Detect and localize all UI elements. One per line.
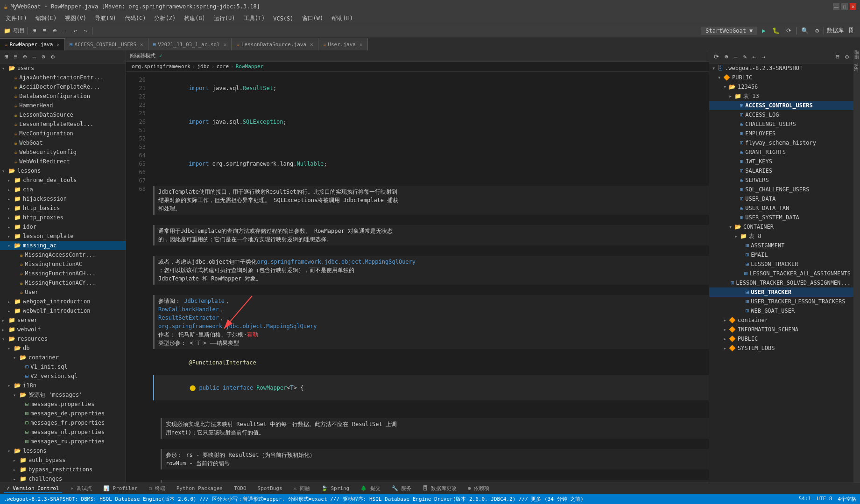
toolbar-menu2[interactable]: ≡ [41, 26, 49, 35]
toolbar-undo[interactable]: ↶ [71, 26, 79, 35]
run-config-label[interactable]: StartWebGoat ▼ [701, 27, 757, 35]
db-item-public[interactable]: ▾🔶PUBLIC [709, 73, 853, 82]
db-item-informationschema[interactable]: ▸🔶INFORMATION_SCHEMA [709, 325, 853, 334]
tree-item-lessontemplateresol[interactable]: ☕LessonTemplateResol... [0, 119, 126, 129]
menu-edit[interactable]: 编辑(E) [32, 14, 61, 23]
db-item-13[interactable]: ▸📁表 13 [709, 91, 853, 101]
db-item-accesscontrolusers[interactable]: ⊞ACCESS_CONTROL_USERS [709, 101, 853, 110]
bottom-tab-spring[interactable]: 🍃 Spring [318, 484, 352, 492]
tree-item-resources[interactable]: ▾📂resources [0, 334, 126, 343]
bottom-tab-todo[interactable]: TODO [231, 484, 249, 492]
db-add[interactable]: ⊕ [723, 52, 730, 61]
menu-navigate[interactable]: 导航(N) [91, 14, 120, 23]
tree-item-server[interactable]: ▸📁server [0, 315, 126, 325]
breadcrumb-rowmapper[interactable]: RowMapper [236, 63, 264, 70]
tree-item-authbypass[interactable]: ▸📁auth_bypass [0, 455, 126, 465]
debug-button[interactable]: 🐛 [770, 26, 782, 35]
tree-item-missingaccesscontr[interactable]: ☕MissingAccessContr... [0, 250, 126, 259]
tree-item-cia[interactable]: ▸📁cia [0, 185, 126, 194]
db-icon[interactable]: 🗄 [846, 26, 856, 35]
bottom-tab-spotbugs[interactable]: SpotBugs [255, 484, 285, 492]
tree-item-chromedevtools[interactable]: ▸📁chrome_dev_tools [0, 175, 126, 185]
tree-item-v1initsql[interactable]: ⊞V1_init.sql [0, 362, 126, 371]
tree-item-databaseconfiguration[interactable]: ☕DatabaseConfiguration [0, 91, 126, 101]
db-item-usertrackerlessontrackers[interactable]: ⊞USER_TRACKER_LESSON_TRACKERS [709, 297, 853, 306]
bottom-tab-version-control[interactable]: ✓ Version Control [4, 484, 62, 493]
db-item-lessontrackerallassignments[interactable]: ⊞LESSON_TRACKER_ALL_ASSIGNMENTS [709, 269, 853, 278]
tree-item-challenges[interactable]: ▸📁challenges [0, 474, 126, 483]
db-item-assignment[interactable]: ⊞ASSIGNMENT [709, 241, 853, 250]
tab-access-close[interactable]: ✕ [140, 42, 143, 48]
menu-view[interactable]: 视图(V) [61, 14, 90, 23]
db-refresh[interactable]: ⟳ [712, 52, 721, 61]
db-item-webgoatuser[interactable]: ⊞WEB_GOAT_USER [709, 306, 853, 315]
sidebar-collapse[interactable]: ⊞ [3, 52, 10, 61]
db-item-8[interactable]: ▸📁表 8 [709, 231, 853, 241]
menu-help[interactable]: 帮助(H) [328, 14, 357, 23]
tree-item-users[interactable]: ▾📂users [0, 63, 126, 73]
sidebar-list[interactable]: ≡ [12, 52, 20, 61]
db-item-systemlobs[interactable]: ▸🔶SYSTEM_LOBS [709, 343, 853, 353]
tree-item-lessontemplate[interactable]: ▸📁lesson_template [0, 231, 126, 241]
tree-item-bypassrestrictions[interactable]: ▸📁bypass_restrictions [0, 465, 126, 474]
tree-item-missingac[interactable]: ▾📂missing_ac [0, 241, 126, 250]
tree-item-webwolfredirect[interactable]: ☕WebWolfRedirect [0, 157, 126, 166]
db-item-container[interactable]: ▸🔶container [709, 315, 853, 325]
db-arrow-left[interactable]: ← [750, 52, 758, 61]
code-content[interactable]: import java.sql.ResultSet; import java.s… [149, 72, 709, 483]
tree-item-websecurityconfig[interactable]: ☕WebSecurityConfig [0, 147, 126, 157]
tab-access-control[interactable]: ⊞ ACCESS_CONTROL_USERS ✕ [65, 38, 148, 50]
tree-item-httpproxies[interactable]: ▸📁http_proxies [0, 213, 126, 222]
tab-user[interactable]: ☕ User.java ✕ [318, 38, 368, 50]
db-filter[interactable]: ⊟ [834, 52, 841, 61]
db-item-lessontracker[interactable]: ⊞LESSON_TRACKER [709, 259, 853, 269]
db-item-container[interactable]: ▾📂CONTAINER [709, 222, 853, 231]
bottom-tab-deps[interactable]: ⚙ 依赖项 [465, 484, 492, 493]
bottom-tab-problems[interactable]: ⚠ 问题 [291, 484, 313, 493]
bottom-tab-services[interactable]: 🔧 服务 [389, 484, 415, 493]
db-item-lessontrackersolvedassignmen[interactable]: ⊞LESSON_TRACKER_SOLVED_ASSIGNMEN... [709, 278, 853, 287]
tree-item-messagesfrproperties[interactable]: ⊟messages_fr.properties [0, 418, 126, 427]
tab-rowmapper-close[interactable]: ✕ [56, 42, 60, 48]
tree-item-hammerhead[interactable]: ☕HammerHead [0, 101, 126, 110]
tree-item-webgoat[interactable]: ☕WebGoat [0, 138, 126, 147]
tree-item-i18n[interactable]: ▾📂i18n [0, 381, 126, 390]
tree-item-db[interactable]: ▾📂db [0, 343, 126, 353]
tree-item-messagesnlproperties[interactable]: ⊟messages_nl.properties [0, 427, 126, 437]
bottom-tab-commit[interactable]: 🌲 提交 [358, 484, 383, 493]
db-item-email[interactable]: ⊞EMAIL [709, 250, 853, 259]
tree-item-messages[interactable]: ▾📂资源包 'messages' [0, 390, 126, 399]
tree-item-v2versionsql[interactable]: ⊞V2_version.sql [0, 371, 126, 381]
db-arrow-right[interactable]: → [760, 52, 767, 61]
tree-item-webwolf[interactable]: ▸📁webwolf [0, 325, 126, 334]
bottom-tab-terminal[interactable]: ☐ 终端 [146, 484, 168, 493]
db-item-challengeusers[interactable]: ⊞CHALLENGE_USERS [709, 119, 853, 129]
db-item-public[interactable]: ▸🔶PUBLIC [709, 334, 853, 343]
db-item-jwtkeys[interactable]: ⊞JWT_KEYS [709, 157, 853, 166]
sidebar-minus2[interactable]: — [30, 52, 38, 61]
minimize-button[interactable]: — [833, 3, 839, 10]
sidebar-scroll-target[interactable]: ⊙ [40, 52, 47, 61]
tree-item-asciidoctortemplatere[interactable]: ☕AsciiDoctorTemplateRe... [0, 82, 126, 91]
toolbar-refresh[interactable]: ⟳ [784, 26, 793, 35]
tab-user-close[interactable]: ✕ [360, 42, 363, 48]
tree-item-user[interactable]: ☕User [0, 287, 126, 297]
tab-v2021-close[interactable]: ✕ [224, 42, 227, 48]
tree-item-container[interactable]: ▾📂container [0, 353, 126, 362]
db-item-userdata[interactable]: ⊞USER_DATA [709, 194, 853, 203]
tree-item-webgoatintroduction[interactable]: ▸📁webgoat_introduction [0, 297, 126, 306]
structure-icon[interactable]: 结构 [853, 57, 860, 61]
db-item-employees[interactable]: ⊞EMPLOYEES [709, 129, 853, 138]
menu-window[interactable]: 窗口(W) [298, 14, 327, 23]
toolbar-search[interactable]: 🔍 [799, 26, 811, 35]
db-item-accesslog[interactable]: ⊞ACCESS_LOG [709, 110, 853, 119]
db-item-sqlchallengeusers[interactable]: ⊞SQL_CHALLENGE_USERS [709, 185, 853, 194]
menu-file[interactable]: 文件(F) [2, 14, 31, 23]
bottom-tab-debug[interactable]: ⚡ 调试点 [68, 484, 95, 493]
tab-v2021[interactable]: ⊞ V2021_11_03_1_ac.sql ✕ [148, 38, 232, 50]
tree-item-hijacksession[interactable]: ▸📁hijacksession [0, 194, 126, 203]
db-edit[interactable]: ✎ [741, 52, 749, 61]
menu-run[interactable]: 运行(U) [210, 14, 239, 23]
jpa-icon[interactable]: JPA结构 [853, 62, 860, 74]
tree-item-webwolfintroduction[interactable]: ▸📁webwolf_introduction [0, 306, 126, 315]
